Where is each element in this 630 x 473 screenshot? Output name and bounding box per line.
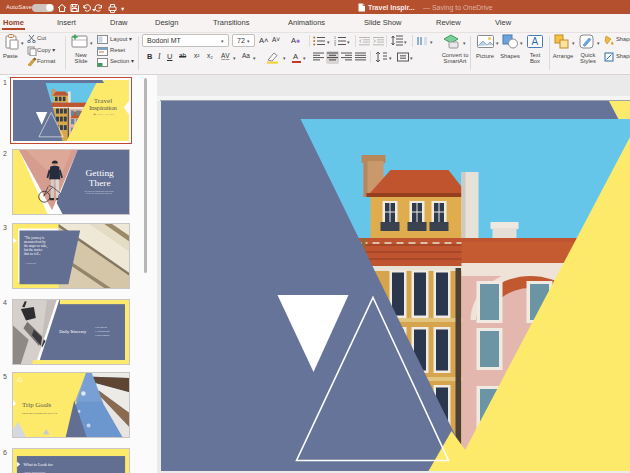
svg-text:SOME TEXT WE SET OUT TO MAKE: SOME TEXT WE SET OUT TO MAKE [22, 412, 58, 414]
svg-text:What to Look for: What to Look for [23, 462, 53, 467]
svg-text:that we tell...: that we tell... [24, 252, 41, 256]
svg-text:Trip Goals: Trip Goals [22, 401, 52, 408]
svg-text:• Get tickets: • Get tickets [95, 325, 108, 327]
svg-text:We travelers want other big te: We travelers want other big terrific [84, 190, 113, 192]
svg-text:—Unknown: —Unknown [24, 262, 37, 264]
svg-text:Getting: Getting [86, 168, 115, 178]
svg-text:so we will rounds the funds we: so we will rounds the funds we [86, 192, 112, 194]
svg-text:Inspiration: Inspiration [88, 103, 117, 111]
svg-text:BY FIRST LASTNAME: BY FIRST LASTNAME [93, 113, 114, 115]
svg-text:Daily Itinerary: Daily Itinerary [59, 329, 87, 334]
svg-text:A: A [532, 36, 539, 47]
svg-text:• Accommodat.: • Accommodat. [95, 330, 110, 332]
svg-text:• Reservations: • Reservations [95, 334, 110, 336]
svg-text:There: There [89, 178, 111, 188]
svg-text:3: 3 [334, 43, 336, 46]
